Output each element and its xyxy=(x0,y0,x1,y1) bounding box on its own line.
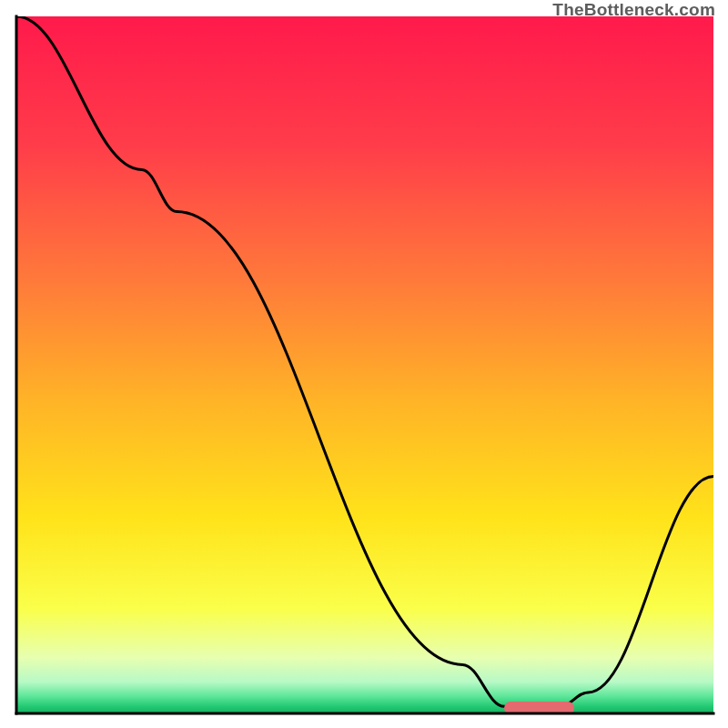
watermark-text: TheBottleneck.com xyxy=(552,0,715,20)
optimal-range-marker xyxy=(504,702,574,714)
chart-stage: TheBottleneck.com xyxy=(0,0,728,728)
plot-area xyxy=(16,16,713,713)
curve-layer xyxy=(16,16,713,713)
bottleneck-curve xyxy=(16,16,713,706)
